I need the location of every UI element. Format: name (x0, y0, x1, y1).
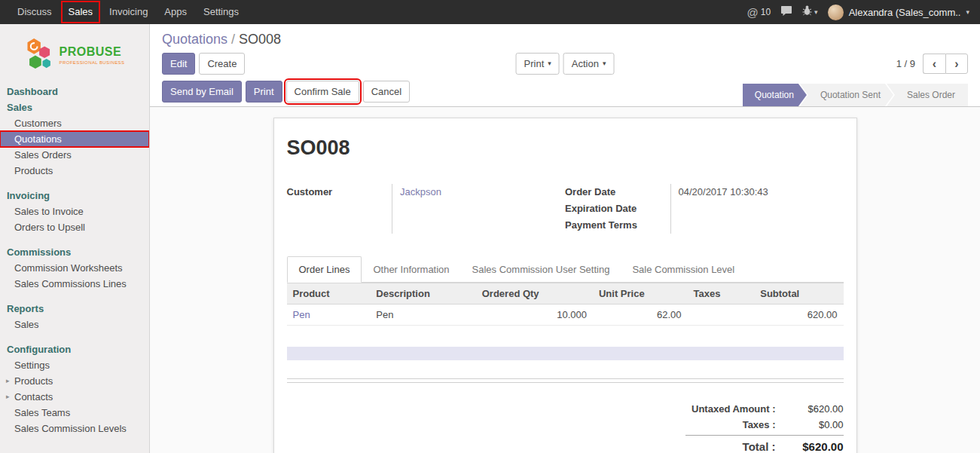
order-lines-empty-row (287, 347, 844, 360)
payment-terms-value (670, 217, 844, 234)
chevron-down-icon: ▾ (603, 60, 606, 67)
control-panel: Quotations/SO008 Edit Create Print ▾ Act… (150, 24, 980, 107)
sidebar-section-reports[interactable]: Reports (0, 301, 149, 317)
topbar-menu-settings[interactable]: Settings (195, 0, 247, 24)
customer-row: Customer Jackpson (287, 184, 566, 234)
topbar-menu-sales[interactable]: Sales (60, 0, 102, 24)
messages-button[interactable] (780, 5, 792, 20)
create-button[interactable]: Create (199, 53, 245, 75)
cell-subtotal: 620.00 (754, 305, 843, 326)
chevron-down-icon: ▾ (966, 9, 969, 16)
sidebar-item-sales-orders[interactable]: Sales Orders (0, 147, 149, 163)
total-row: Total : $620.00 (685, 435, 844, 453)
total-label: Total : (685, 440, 785, 453)
breadcrumb-quotations-link[interactable]: Quotations (162, 32, 227, 47)
sidebar-item-sales-teams[interactable]: Sales Teams (0, 405, 149, 421)
document-sheet: SO008 Customer Jackpson Order Date 04/20 (273, 118, 857, 453)
mention-count: 10 (761, 7, 771, 17)
bug-icon (802, 5, 812, 19)
pager-buttons: ‹ › (923, 54, 968, 74)
print-button[interactable]: Print (246, 81, 282, 103)
sidebar-item-quotations[interactable]: Quotations (0, 131, 149, 147)
expiration-date-row: Expiration Date (565, 200, 844, 217)
notebook: Order Lines Other Information Sales Comm… (287, 256, 844, 453)
order-date-value: 04/20/2017 10:30:43 (670, 184, 844, 200)
separator-line (287, 382, 844, 383)
breadcrumb-separator: / (231, 32, 235, 47)
table-row[interactable]: Pen Pen 10.000 62.00 620.00 (287, 305, 844, 326)
topbar: Discuss Sales Invoicing Apps Settings @ … (0, 0, 980, 24)
action-dropdown[interactable]: Action ▾ (563, 53, 615, 75)
confirm-sale-button[interactable]: Confirm Sale (286, 81, 359, 103)
tab-order-lines[interactable]: Order Lines (287, 256, 362, 283)
payment-terms-label: Payment Terms (565, 217, 670, 234)
cell-taxes (688, 305, 755, 326)
untaxed-amount-value: $620.00 (785, 403, 844, 415)
form-group-left: Customer Jackpson (287, 184, 566, 234)
topbar-right: @ 10 ▾ Alexandra (Sales_comm.. ▾ (747, 0, 980, 24)
content: Quotations/SO008 Edit Create Print ▾ Act… (150, 24, 980, 453)
cell-unit-price: 62.00 (593, 305, 688, 326)
chevron-down-icon: ▾ (814, 9, 818, 16)
column-header-description: Description (370, 283, 475, 305)
sidebar-item-dashboard[interactable]: Dashboard (0, 84, 149, 99)
sidebar-section-invoicing[interactable]: Invoicing (0, 188, 149, 204)
sidebar-item-commission-worksheets[interactable]: Commission Worksheets (0, 260, 149, 276)
tab-sale-commission-level[interactable]: Sale Commission Level (621, 257, 746, 282)
table-header-row: Product Description Ordered Qty Unit Pri… (287, 283, 844, 305)
sidebar-item-sales-commission-levels[interactable]: Sales Commission Levels (0, 421, 149, 436)
at-icon: @ (747, 6, 759, 19)
sidebar-item-config-contacts[interactable]: ▸ Contacts (0, 389, 149, 405)
edit-button[interactable]: Edit (162, 53, 195, 75)
topbar-menu-apps[interactable]: Apps (156, 0, 195, 24)
cell-ordered-qty: 10.000 (476, 305, 593, 326)
statusbar-step-sales-order[interactable]: Sales Order (887, 84, 968, 106)
sidebar-item-settings[interactable]: Settings (0, 357, 149, 373)
taxes-row: Taxes : $0.00 (685, 417, 844, 433)
total-value: $620.00 (785, 440, 844, 453)
order-lines-table: Product Description Ordered Qty Unit Pri… (287, 283, 844, 326)
probuse-logo: PROBUSE PROFESSIONAL BUSINESS (0, 24, 149, 84)
sidebar-item-orders-to-upsell[interactable]: Orders to Upsell (0, 219, 149, 235)
action-dropdown-label: Action (572, 59, 599, 69)
print-action-menus: Print ▾ Action ▾ (516, 53, 615, 75)
debug-menu[interactable]: ▾ (802, 5, 818, 19)
payment-terms-row: Payment Terms (565, 217, 844, 234)
form-view-area: SO008 Customer Jackpson Order Date 04/20 (150, 107, 980, 453)
sidebar-item-reports-sales[interactable]: Sales (0, 317, 149, 332)
untaxed-amount-label: Untaxed Amount : (685, 403, 785, 415)
cell-product[interactable]: Pen (287, 305, 371, 326)
topbar-menu-invoicing[interactable]: Invoicing (101, 0, 156, 24)
mentions-counter[interactable]: @ 10 (747, 6, 771, 19)
totals-section: Untaxed Amount : $620.00 Taxes : $0.00 T… (287, 401, 844, 453)
sidebar-item-label: Products (14, 375, 53, 387)
expand-arrow-icon: ▸ (6, 377, 10, 384)
topbar-menu-discuss[interactable]: Discuss (9, 0, 60, 24)
send-by-email-button[interactable]: Send by Email (162, 81, 242, 103)
totals-table: Untaxed Amount : $620.00 Taxes : $0.00 T… (685, 401, 844, 453)
sidebar-item-products[interactable]: Products (0, 163, 149, 179)
probuse-logo-mark-icon (25, 35, 55, 75)
sidebar-item-sales-to-invoice[interactable]: Sales to Invoice (0, 204, 149, 219)
expiration-date-value (670, 200, 844, 217)
tab-sales-commission-user-setting[interactable]: Sales Commission User Setting (461, 257, 621, 282)
tab-other-information[interactable]: Other Information (362, 257, 460, 282)
column-header-subtotal: Subtotal (754, 283, 843, 305)
customer-value-link[interactable]: Jackpson (392, 184, 566, 234)
expand-arrow-icon: ▸ (6, 393, 10, 400)
sidebar-item-customers[interactable]: Customers (0, 115, 149, 131)
statusbar-step-quotation[interactable]: Quotation (743, 84, 807, 106)
sidebar-item-sales-commissions-lines[interactable]: Sales Commissions Lines (0, 276, 149, 292)
sidebar-section-sales[interactable]: Sales (0, 99, 149, 115)
pager-previous-button[interactable]: ‹ (923, 54, 945, 74)
sidebar-section-commissions[interactable]: Commissions (0, 244, 149, 260)
statusbar-step-quotation-sent[interactable]: Quotation Sent (800, 84, 893, 106)
print-dropdown[interactable]: Print ▾ (516, 53, 560, 75)
cancel-button[interactable]: Cancel (363, 81, 410, 103)
user-menu[interactable]: Alexandra (Sales_comm.. ▾ (828, 5, 969, 20)
statusbar: Quotation Quotation Sent Sales Order (743, 84, 968, 106)
sidebar-section-configuration[interactable]: Configuration (0, 341, 149, 357)
untaxed-amount-row: Untaxed Amount : $620.00 (685, 401, 844, 417)
pager-next-button[interactable]: › (945, 54, 968, 74)
sidebar-item-config-products[interactable]: ▸ Products (0, 373, 149, 389)
